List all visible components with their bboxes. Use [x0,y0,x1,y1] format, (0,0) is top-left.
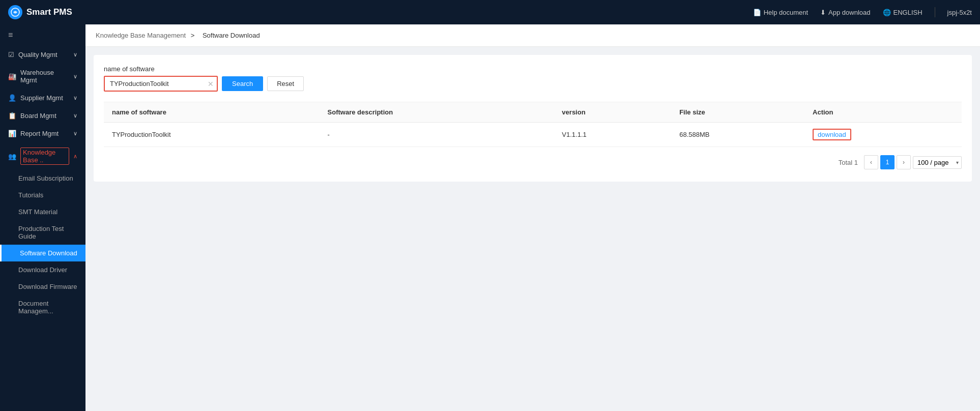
logo-icon [8,5,22,19]
sidebar-item-knowledge[interactable]: 👥 Knowledge Base .. ∧ [0,142,85,170]
header-divider [935,7,935,17]
sidebar-sub-software[interactable]: Software Download [0,245,85,261]
sidebar-toggle[interactable]: ≡ [0,24,85,46]
download-icon: ⬇ [820,9,826,16]
header-actions: 📄 Help document ⬇ App download 🌐 ENGLISH… [753,7,972,17]
col-desc: Software description [320,102,554,123]
sidebar-sub-document[interactable]: Document Managem... [0,295,85,319]
breadcrumb-current: Software Download [203,32,260,39]
sidebar-item-board[interactable]: 📋 Board Mgmt ∨ [0,107,85,125]
pagination-page-1[interactable]: 1 [880,155,895,169]
chevron-down-icon-4: ∨ [73,112,77,119]
col-version: version [554,102,671,123]
app-logo: Smart PMS [8,5,90,19]
pagination-size-wrapper: 100 / page 50 / page 20 / page ▾ [913,156,962,169]
sidebar-sub-tutorials[interactable]: Tutorials [0,187,85,203]
sidebar-sub-production[interactable]: Production Test Guide [0,220,85,245]
help-icon: 📄 [753,9,761,16]
sidebar-sub-firmware[interactable]: Download Firmware [0,278,85,295]
search-button[interactable]: Search [222,76,263,91]
chevron-down-icon: ∨ [73,51,77,58]
table-container: name of software Software description ve… [104,102,962,147]
table-row: TYProductionToolkit - V1.1.1.1 68.588MB … [104,123,962,147]
chevron-down-icon-3: ∨ [73,95,77,101]
search-input[interactable] [105,77,217,91]
user-menu[interactable]: jspj-5x2t [947,9,972,16]
clear-icon[interactable]: ✕ [208,80,214,88]
content-area: name of software ✕ Search Reset name of … [85,47,980,190]
globe-icon: 🌐 [883,9,891,16]
pagination-total: Total 1 [839,159,858,166]
knowledge-icon: 👥 [8,153,16,160]
cell-size: 68.588MB [671,123,804,147]
col-size: File size [671,102,804,123]
language-selector[interactable]: 🌐 ENGLISH [883,9,923,16]
breadcrumb: Knowledge Base Management > Software Dow… [85,24,980,47]
software-table: name of software Software description ve… [104,102,962,147]
cell-desc: - [320,123,554,147]
pagination-prev[interactable]: ‹ [864,155,878,169]
supplier-icon: 👤 [8,94,16,102]
pagination-size-select[interactable]: 100 / page 50 / page 20 / page [913,156,962,169]
app-header: Smart PMS 📄 Help document ⬇ App download… [0,0,980,24]
table-body: TYProductionToolkit - V1.1.1.1 68.588MB … [104,123,962,147]
pagination-next[interactable]: › [897,155,911,169]
main-content: Knowledge Base Management > Software Dow… [85,24,980,411]
breadcrumb-parent[interactable]: Knowledge Base Management [96,32,186,39]
app-download-link[interactable]: ⬇ App download [820,9,870,16]
search-row: ✕ Search Reset [104,76,962,92]
table-header: name of software Software description ve… [104,102,962,123]
sidebar-sub-smt[interactable]: SMT Material [0,203,85,220]
sidebar-item-quality[interactable]: ☑ Quality Mgmt ∨ [0,46,85,64]
cell-version: V1.1.1.1 [554,123,671,147]
breadcrumb-separator: > [191,32,195,39]
sidebar-item-warehouse[interactable]: 🏭 Warehouse Mgmt ∨ [0,64,85,89]
chevron-down-icon-5: ∨ [73,130,77,137]
quality-icon: ☑ [8,51,14,58]
search-input-wrapper: ✕ [104,76,218,92]
help-document-link[interactable]: 📄 Help document [753,9,808,16]
content-card: name of software ✕ Search Reset name of … [94,55,972,182]
sidebar-item-report[interactable]: 📊 Report Mgmt ∨ [0,125,85,142]
col-action: Action [804,102,962,123]
download-link[interactable]: download [813,129,851,140]
board-icon: 📋 [8,112,16,120]
reset-button[interactable]: Reset [267,76,304,91]
pagination: Total 1 ‹ 1 › 100 / page 50 / page 20 / … [104,147,962,171]
chevron-up-icon: ∧ [73,153,77,160]
warehouse-icon: 🏭 [8,73,16,80]
sidebar-sub-driver[interactable]: Download Driver [0,261,85,278]
sidebar: ≡ ☑ Quality Mgmt ∨ 🏭 Warehouse Mgmt ∨ 👤 … [0,24,85,411]
cell-name: TYProductionToolkit [104,123,320,147]
search-form: name of software ✕ Search Reset [104,65,962,92]
col-name: name of software [104,102,320,123]
search-label: name of software [104,65,962,73]
report-icon: 📊 [8,130,16,137]
chevron-down-icon-2: ∨ [73,73,77,80]
app-name: Smart PMS [26,7,72,17]
cell-action: download [804,123,962,147]
sidebar-item-supplier[interactable]: 👤 Supplier Mgmt ∨ [0,89,85,107]
sidebar-sub-email[interactable]: Email Subscription [0,170,85,187]
